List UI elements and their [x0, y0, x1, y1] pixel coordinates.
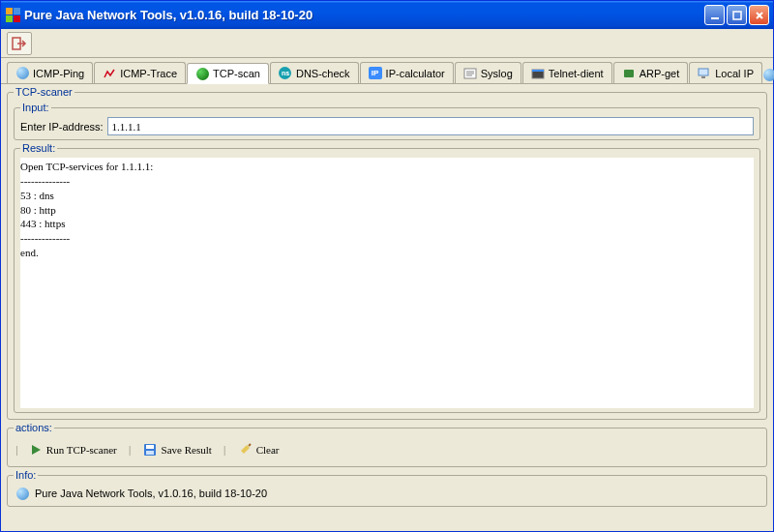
broom-icon — [238, 443, 252, 457]
tab-label: Telnet-dient — [549, 68, 604, 79]
tab-label: Syslog — [481, 68, 513, 79]
run-label: Run TCP-scaner — [46, 444, 117, 456]
app-window: Pure Java Network Tools, v1.0.16, build … — [0, 0, 774, 532]
svg-rect-0 — [711, 17, 719, 19]
svg-line-15 — [249, 444, 251, 446]
arp-icon — [622, 67, 636, 80]
info-row: Pure Java Network Tools, v1.0.16, build … — [14, 485, 760, 502]
svg-rect-1 — [733, 12, 741, 19]
maximize-button[interactable] — [727, 5, 747, 25]
ip-icon: IP — [369, 67, 382, 80]
dns-icon: ns — [279, 67, 292, 80]
ip-input-label: Enter IP-address: — [20, 121, 104, 133]
trace-icon — [103, 67, 116, 80]
info-legend: Info: — [14, 469, 38, 481]
localip-icon — [698, 67, 711, 80]
svg-rect-9 — [624, 70, 634, 77]
syslog-icon — [463, 67, 477, 80]
input-row: Enter IP-address: — [20, 117, 754, 135]
scanner-fieldset: TCP-scaner Input: Enter IP-address: Resu… — [7, 86, 767, 420]
minimize-button[interactable] — [704, 5, 725, 25]
tab-label: ICMP-Trace — [120, 68, 177, 79]
tab-syslog[interactable]: Syslog — [455, 62, 521, 83]
save-button[interactable]: Save Result — [137, 441, 218, 458]
actions-row: | Run TCP-scaner | Save Result | Clear — [14, 437, 760, 462]
tab-local-ip[interactable]: Local IP — [689, 62, 762, 83]
window-controls — [704, 5, 769, 25]
tab-ip-calculator[interactable]: IPIP-calculator — [360, 62, 454, 83]
window-title: Pure Java Network Tools, v1.0.16, build … — [24, 8, 704, 22]
tab-label: TCP-scan — [213, 68, 260, 79]
scan-icon — [195, 67, 209, 80]
toolbar — [1, 29, 773, 58]
tab-telnet-client[interactable]: Telnet-dient — [522, 62, 612, 83]
run-button[interactable]: Run TCP-scaner — [24, 442, 123, 458]
result-text[interactable]: Open TCP-services for 1.1.1.1: ---------… — [20, 158, 754, 408]
info-text: Pure Java Network Tools, v1.0.16, build … — [35, 488, 267, 499]
tab-label: ICMP-Ping — [33, 68, 84, 79]
tab-label: Local IP — [715, 68, 754, 79]
play-icon — [30, 444, 42, 456]
actions-legend: actions: — [14, 422, 54, 433]
exit-icon — [12, 37, 27, 50]
svg-rect-8 — [532, 70, 544, 72]
globe-icon — [15, 67, 29, 80]
scanner-legend: TCP-scaner — [14, 86, 74, 98]
result-legend: Result: — [20, 142, 57, 154]
input-legend: Input: — [20, 102, 51, 113]
globe-icon — [763, 68, 774, 81]
info-fieldset: Info: Pure Java Network Tools, v1.0.16, … — [7, 469, 767, 507]
actions-fieldset: actions: | Run TCP-scaner | Save Result … — [7, 422, 767, 467]
tab-icmp-trace[interactable]: ICMP-Trace — [94, 62, 186, 83]
ip-input[interactable] — [107, 117, 754, 135]
tab-label: IP-calculator — [386, 68, 445, 79]
input-fieldset: Input: Enter IP-address: — [14, 102, 760, 140]
content-area: TCP-scaner Input: Enter IP-address: Resu… — [1, 84, 773, 531]
app-icon — [5, 8, 20, 23]
tab-tcp-scan[interactable]: TCP-scan — [187, 63, 269, 84]
tab-label: ARP-get — [640, 68, 680, 79]
clear-button[interactable]: Clear — [232, 441, 285, 458]
svg-rect-10 — [699, 69, 708, 75]
tab-label: DNS-check — [296, 68, 350, 79]
clear-label: Clear — [256, 444, 280, 456]
close-button[interactable] — [749, 5, 769, 25]
result-fieldset: Result: Open TCP-services for 1.1.1.1: -… — [14, 142, 760, 413]
tab-icmp-ping[interactable]: ICMP-Ping — [7, 62, 93, 83]
tab-arp-get[interactable]: ARP-get — [613, 62, 689, 83]
save-label: Save Result — [162, 444, 212, 456]
tab-scroll: ◂ ▸ — [763, 66, 774, 83]
globe-icon — [15, 487, 29, 500]
save-icon — [143, 443, 157, 457]
telnet-icon — [531, 67, 545, 80]
titlebar: Pure Java Network Tools, v1.0.16, build … — [1, 1, 773, 29]
svg-rect-11 — [701, 76, 705, 78]
tab-dns-check[interactable]: nsDNS-check — [270, 62, 359, 83]
svg-rect-14 — [146, 451, 154, 455]
tab-bar: ICMP-Ping ICMP-Trace TCP-scan nsDNS-chec… — [1, 58, 773, 84]
svg-rect-13 — [146, 445, 154, 449]
exit-button[interactable] — [7, 32, 32, 55]
